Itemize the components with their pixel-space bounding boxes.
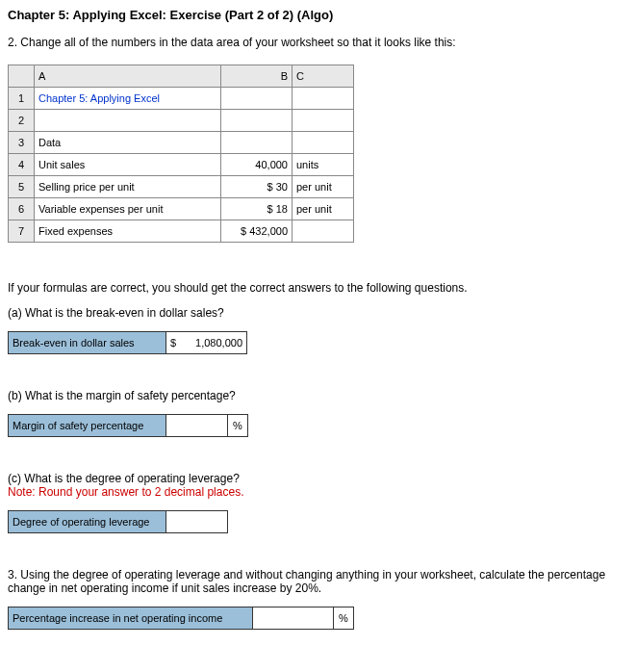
mid-text: If your formulas are correct, you should… — [8, 281, 628, 295]
cell-c4: units — [293, 154, 354, 176]
cell-c7 — [293, 220, 354, 243]
answer-c-input[interactable] — [166, 511, 228, 533]
cell-a3: Data — [35, 132, 221, 154]
cell-c3 — [293, 132, 354, 154]
cell-c2 — [293, 110, 354, 132]
row-num: 3 — [9, 132, 35, 154]
table-row: 5 Selling price per unit $ 30 per unit — [9, 176, 354, 198]
page-title: Chapter 5: Applying Excel: Exercise (Par… — [8, 8, 628, 22]
row-num: 5 — [9, 176, 35, 198]
cell-a2 — [35, 110, 221, 132]
cell-b4: 40,000 — [221, 154, 293, 176]
answer-3-label: Percentage increase in net operating inc… — [9, 607, 253, 630]
cell-a6: Variable expenses per unit — [35, 198, 221, 220]
answer-3-input[interactable] — [253, 607, 334, 630]
cell-c1 — [293, 88, 354, 110]
row-num: 1 — [9, 88, 35, 110]
answer-c-label: Degree of operating leverage — [9, 511, 166, 533]
question-b: (b) What is the margin of safety percent… — [8, 389, 628, 402]
answer-b-input[interactable] — [166, 415, 228, 437]
question-c: (c) What is the degree of operating leve… — [8, 472, 628, 485]
percent-sign: % — [228, 415, 248, 437]
percent-sign: % — [334, 607, 354, 630]
answer-b-table: Margin of safety percentage % — [8, 414, 248, 437]
table-row: 4 Unit sales 40,000 units — [9, 154, 354, 176]
row-num: 2 — [9, 110, 35, 132]
header-b: B — [221, 65, 293, 88]
answer-a-value: 1,080,000 — [195, 337, 242, 349]
table-row: 6 Variable expenses per unit $ 18 per un… — [9, 198, 354, 220]
cell-b6: $ 18 — [221, 198, 293, 220]
header-corner — [9, 65, 35, 88]
header-a: A — [35, 65, 221, 88]
cell-a5: Selling price per unit — [35, 176, 221, 198]
cell-b7: $ 432,000 — [221, 220, 293, 243]
question-a: (a) What is the break-even in dollar sal… — [8, 306, 628, 320]
table-row: 2 — [9, 110, 354, 132]
cell-a7: Fixed expenses — [35, 220, 221, 243]
header-c: C — [293, 65, 354, 88]
row-num: 6 — [9, 198, 35, 220]
row-num: 4 — [9, 154, 35, 176]
table-row: 1 Chapter 5: Applying Excel — [9, 88, 354, 110]
answer-a-table: Break-even in dollar sales $ 1,080,000 — [8, 331, 247, 354]
answer-3-table: Percentage increase in net operating inc… — [8, 607, 354, 630]
table-row: 3 Data — [9, 132, 354, 154]
answer-a-label: Break-even in dollar sales — [9, 332, 166, 354]
table-row: 7 Fixed expenses $ 432,000 — [9, 220, 354, 243]
cell-b1 — [221, 88, 293, 110]
excel-table: A B C 1 Chapter 5: Applying Excel 2 3 Da… — [8, 65, 354, 243]
question-c-note: Note: Round your answer to 2 decimal pla… — [8, 485, 628, 499]
cell-b5: $ 30 — [221, 176, 293, 198]
cell-a4: Unit sales — [35, 154, 221, 176]
dollar-sign: $ — [170, 337, 176, 349]
cell-c5: per unit — [293, 176, 354, 198]
answer-c-table: Degree of operating leverage — [8, 510, 228, 533]
cell-c6: per unit — [293, 198, 354, 220]
cell-b2 — [221, 110, 293, 132]
cell-b3 — [221, 132, 293, 154]
cell-a1: Chapter 5: Applying Excel — [35, 88, 221, 110]
question-3: 3. Using the degree of operating leverag… — [8, 568, 628, 595]
instruction-text: 2. Change all of the numbers in the data… — [8, 36, 628, 49]
row-num: 7 — [9, 220, 35, 243]
answer-b-label: Margin of safety percentage — [9, 415, 166, 437]
answer-a-input[interactable]: $ 1,080,000 — [166, 332, 247, 354]
